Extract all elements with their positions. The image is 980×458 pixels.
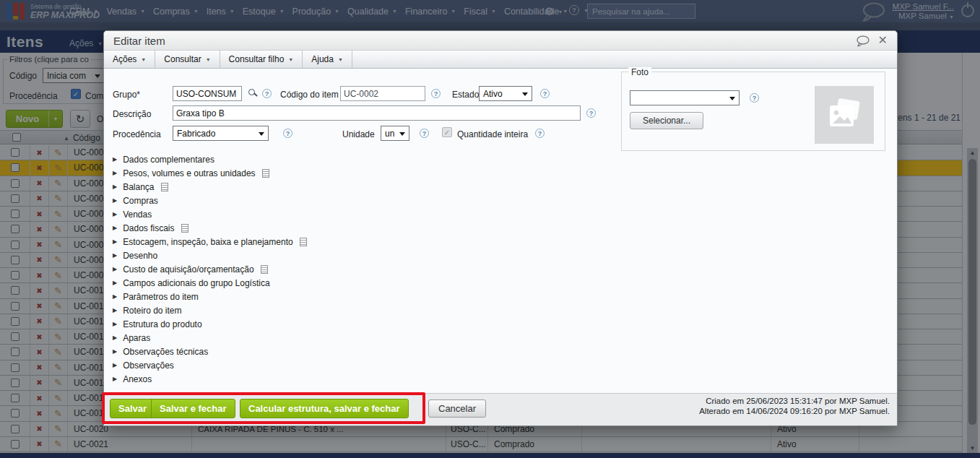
triangle-right-icon: ▶ [113,266,117,272]
descricao-label: Descrição [113,109,151,119]
estado-label: Estado [452,90,479,100]
triangle-right-icon: ▶ [113,238,117,245]
dialog-menubar: Ações▼ Consultar▼ Consultar filho▼ Ajuda… [104,51,897,69]
salvar-button[interactable]: Salvar [110,399,155,418]
triangle-right-icon: ▶ [113,348,117,355]
quantidade-inteira-help-icon[interactable]: ? [535,129,545,138]
codigo-item-label: Código do item [280,90,339,100]
section-label: Parâmetros do item [123,292,199,302]
estado-select[interactable]: Ativo [479,86,532,101]
foto-select[interactable] [630,90,740,105]
codigo-help-icon[interactable]: ? [431,89,441,98]
criado-em: Criado em 25/06/2023 15:31:47 por MXP Sa… [699,396,890,406]
estado-help-icon[interactable]: ? [540,89,550,98]
section-label: Estrutura do produto [123,319,201,329]
dialog-section-toggle[interactable]: ▶ Parâmetros do item [109,290,615,303]
dialog-section-toggle[interactable]: ▶ Roteiro do item [109,303,615,317]
note-icon [300,238,307,246]
procedencia-select[interactable]: Fabricado [173,126,269,141]
triangle-right-icon: ▶ [113,225,117,231]
dialog-section-toggle[interactable]: ▶ Vendas [109,207,615,221]
codigo-item-input[interactable] [340,86,425,101]
calcular-estrutura-button[interactable]: Calcular estrutura, salvar e fechar [240,399,409,418]
section-label: Observações técnicas [123,347,208,357]
dialog-section-toggle[interactable]: ▶ Custo de aquisição/orçamentação [109,262,615,276]
menu-acoes[interactable]: Ações▼ [104,51,155,68]
dialog-section-toggle[interactable]: ▶ Estocagem, inspeção, baixa e planejame… [109,235,615,249]
dialog-title: Editar item [113,35,165,47]
grupo-label: Grupo* [113,90,140,100]
triangle-right-icon: ▶ [113,183,117,190]
dialog-section-toggle[interactable]: ▶ Pesos, volumes e outras unidades [109,166,615,180]
section-label: Roteiro do item [123,306,181,316]
note-icon [261,265,268,274]
procedencia-help-icon[interactable]: ? [283,129,292,138]
chevron-down-icon: ▼ [141,57,146,62]
dialog-chat-bubble-icon[interactable] [856,35,870,50]
section-label: Dados complementares [123,155,214,165]
note-icon [262,169,269,178]
section-label: Observações [123,360,174,371]
section-label: Compras [123,196,158,206]
section-label: Balança [123,182,154,192]
note-icon [181,224,188,233]
grupo-input[interactable] [173,86,242,101]
unidade-label: Unidade [342,129,375,139]
triangle-right-icon: ▶ [113,252,117,259]
quantidade-inteira-checkbox[interactable]: ✓ [442,127,452,137]
dialog-section-toggle[interactable]: ▶ Campos adicionais do grupo Logística [109,276,615,290]
triangle-right-icon: ▶ [113,376,117,382]
triangle-right-icon: ▶ [113,211,117,217]
dialog-section-toggle[interactable]: ▶ Observações técnicas [109,345,615,358]
descricao-help-icon[interactable]: ? [586,108,596,118]
menu-consultar[interactable]: Consultar▼ [155,51,220,68]
dialog-section-toggle[interactable]: ▶ Aparas [109,331,615,345]
dialog-section-toggle[interactable]: ▶ Desenho [109,249,615,262]
section-label: Campos adicionais do grupo Logística [123,278,269,288]
section-label: Custo de aquisição/orçamentação [123,264,253,275]
foto-legend: Foto [628,67,651,77]
chevron-down-icon: ▼ [338,57,343,62]
audit-info: Criado em 25/06/2023 15:31:47 por MXP Sa… [699,396,890,416]
dialog-section-toggle[interactable]: ▶ Observações [109,358,615,372]
section-label: Aparas [123,333,150,343]
section-label: Dados fiscais [123,223,174,233]
quantidade-inteira-label: Quantidade inteira [457,129,528,139]
dialog-section-toggle[interactable]: ▶ Estrutura do produto [109,317,615,331]
triangle-right-icon: ▶ [113,321,117,327]
section-label: Desenho [123,251,157,261]
triangle-right-icon: ▶ [113,334,117,341]
search-lookup-icon[interactable] [248,89,255,95]
section-label: Vendas [123,209,152,220]
foto-selecionar-button[interactable]: Selecionar... [630,112,703,129]
chevron-down-icon: ▼ [288,57,293,62]
chevron-down-icon: ▼ [206,57,211,62]
dialog-section-toggle[interactable]: ▶ Anexos [109,372,615,386]
salvar-e-fechar-button[interactable]: Salvar e fechar [151,399,235,418]
menu-ajuda[interactable]: Ajuda▼ [303,51,352,68]
cancelar-button[interactable]: Cancelar [428,399,486,418]
grupo-help-icon[interactable]: ? [262,89,272,98]
editar-item-dialog: Editar item ✕ Ações▼ Consultar▼ Consulta… [103,30,898,426]
triangle-right-icon: ▶ [113,170,117,176]
foto-help-icon[interactable]: ? [750,93,759,103]
section-label: Anexos [123,374,152,384]
procedencia-label: Procedência [113,129,161,139]
triangle-right-icon: ▶ [113,307,117,314]
menu-consultar-filho[interactable]: Consultar filho▼ [220,51,303,68]
alterado-em: Alterado em 14/06/2024 09:16:20 por MXP … [699,406,890,416]
dialog-section-toggle[interactable]: ▶ Dados fiscais [109,221,615,235]
dialog-section-toggle[interactable]: ▶ Compras [109,194,615,207]
triangle-right-icon: ▶ [113,197,117,204]
descricao-input[interactable] [173,105,581,121]
photo-placeholder-icon [815,86,874,144]
screen: Sistema de gestão ERP MAXIPROD CRM ▼ Ven… [0,0,980,458]
close-icon[interactable]: ✕ [878,33,888,47]
dialog-section-toggle[interactable]: ▶ Dados complementares [109,152,615,166]
section-label: Pesos, volumes e outras unidades [123,168,255,178]
dialog-section-toggle[interactable]: ▶ Balança [109,180,615,194]
triangle-right-icon: ▶ [113,280,117,286]
unidade-select[interactable]: un [381,126,409,141]
unidade-help-icon[interactable]: ? [420,129,429,138]
note-icon [161,183,168,191]
